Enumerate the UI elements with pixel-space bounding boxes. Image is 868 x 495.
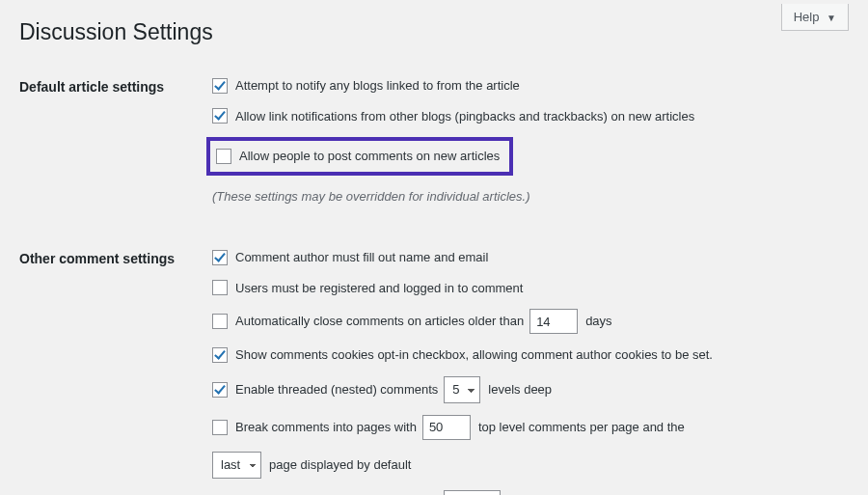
label-notify-blogs[interactable]: Attempt to notify any blogs linked to fr… xyxy=(235,76,520,96)
label-paginate-before[interactable]: Break comments into pages with xyxy=(235,418,417,437)
label-paginate-mid: top level comments per page and the xyxy=(478,418,685,437)
select-paginate-page[interactable]: last xyxy=(212,452,261,479)
label-cookies-optin[interactable]: Show comments cookies opt-in checkbox, a… xyxy=(235,345,713,365)
help-tab-label: Help xyxy=(794,10,820,24)
label-auto-close-before[interactable]: Automatically close comments on articles… xyxy=(235,312,524,331)
row-require-registration: Users must be registered and logged in t… xyxy=(212,279,713,298)
row-paginate: Break comments into pages with top level… xyxy=(212,415,713,440)
checkbox-cookies-optin[interactable] xyxy=(212,347,228,363)
label-threaded-before[interactable]: Enable threaded (nested) comments xyxy=(235,380,438,399)
label-allow-comments[interactable]: Allow people to post comments on new art… xyxy=(239,147,500,166)
row-allow-comments: Allow people to post comments on new art… xyxy=(212,137,713,176)
input-paginate-per-page[interactable] xyxy=(422,415,471,440)
row-require-name-email: Comment author must fill out name and em… xyxy=(212,248,713,267)
label-allow-pingbacks[interactable]: Allow link notifications from other blog… xyxy=(235,107,694,126)
label-auto-close-after: days xyxy=(585,312,611,331)
section-heading-other-comment: Other comment settings xyxy=(19,236,212,495)
select-display-order[interactable]: older xyxy=(444,490,501,496)
checkbox-require-registration[interactable] xyxy=(212,280,228,295)
label-paginate-after: page displayed by default xyxy=(269,455,411,475)
input-auto-close-days[interactable] xyxy=(529,309,578,334)
checkbox-allow-pingbacks[interactable] xyxy=(212,108,228,124)
row-notify-blogs: Attempt to notify any blogs linked to fr… xyxy=(212,76,713,96)
settings-table: Default article settings Attempt to noti… xyxy=(19,65,722,495)
page-title: Discussion Settings xyxy=(0,0,868,55)
row-display-order: Comments should be displayed with the ol… xyxy=(212,490,713,496)
checkbox-threaded[interactable] xyxy=(212,382,228,398)
checkbox-paginate[interactable] xyxy=(212,420,228,435)
row-cookies-optin: Show comments cookies opt-in checkbox, a… xyxy=(212,345,713,365)
row-auto-close: Automatically close comments on articles… xyxy=(212,309,713,334)
row-allow-pingbacks: Allow link notifications from other blog… xyxy=(212,107,713,126)
note-default-article: (These settings may be overridden for in… xyxy=(212,187,713,206)
section-other-comment: Other comment settings Comment author mu… xyxy=(19,236,722,495)
label-threaded-after: levels deep xyxy=(488,380,552,399)
checkbox-auto-close[interactable] xyxy=(212,314,228,329)
row-threaded: Enable threaded (nested) comments 5 leve… xyxy=(212,376,713,403)
chevron-down-icon: ▼ xyxy=(827,13,836,23)
checkbox-require-name-email[interactable] xyxy=(212,250,228,265)
section-default-article: Default article settings Attempt to noti… xyxy=(19,65,722,236)
help-tab[interactable]: Help ▼ xyxy=(781,4,849,31)
highlight-allow-comments: Allow people to post comments on new art… xyxy=(206,137,513,176)
checkbox-allow-comments[interactable] xyxy=(216,149,231,164)
label-require-registration[interactable]: Users must be registered and logged in t… xyxy=(235,279,523,298)
select-threaded-levels[interactable]: 5 xyxy=(444,376,480,403)
row-paginate-page-select: last page displayed by default xyxy=(212,452,713,479)
checkbox-notify-blogs[interactable] xyxy=(212,78,228,94)
label-require-name-email[interactable]: Comment author must fill out name and em… xyxy=(235,248,488,267)
section-heading-default-article: Default article settings xyxy=(19,65,212,236)
